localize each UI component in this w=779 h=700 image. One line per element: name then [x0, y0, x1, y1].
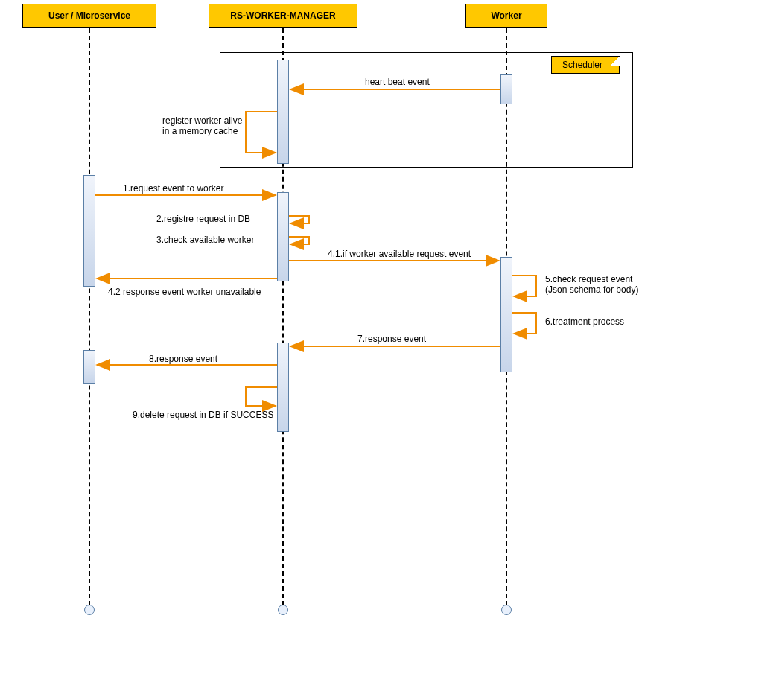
participant-user-label: User / Microservice [48, 10, 130, 21]
label-m9: 9.delete request in DB if SUCCESS [133, 410, 273, 420]
label-m3: 3.check available worker [156, 235, 254, 245]
participant-user: User / Microservice [22, 4, 156, 28]
frame-scheduler-tag: Scheduler [551, 56, 620, 74]
frame-tag-fold-icon [611, 56, 620, 66]
participant-worker: Worker [465, 4, 547, 28]
activation-user-response [83, 350, 95, 384]
activation-user-main [83, 175, 95, 287]
label-register-cache: register worker alive in a memory cache [162, 115, 267, 136]
activation-manager-response [277, 343, 289, 432]
frame-scheduler-tag-label: Scheduler [562, 60, 602, 70]
lifeline-end-manager [278, 605, 288, 615]
label-m6: 6.treatment process [545, 316, 624, 327]
label-m2: 2.registre request in DB [156, 214, 250, 224]
label-m8: 8.response event [149, 354, 217, 364]
lifeline-end-user [84, 605, 95, 615]
label-heartbeat: heart beat event [365, 77, 430, 87]
activation-worker-main [500, 257, 512, 372]
participant-manager-label: RS-WORKER-MANAGER [230, 10, 335, 21]
label-m4-1: 4.1.if worker available request event [328, 249, 471, 259]
lifeline-user [89, 28, 90, 605]
participant-manager: RS-WORKER-MANAGER [209, 4, 357, 28]
label-m7: 7.response event [357, 334, 426, 344]
activation-manager-heartbeat [277, 60, 289, 164]
label-m4-2: 4.2 response event worker unavailable [108, 287, 261, 297]
label-m5: 5.check request event (Json schema for b… [545, 274, 657, 295]
activation-manager-main [277, 192, 289, 281]
label-m1: 1.request event to worker [123, 183, 223, 194]
participant-worker-label: Worker [491, 10, 521, 21]
sequence-diagram: User / Microservice RS-WORKER-MANAGER Wo… [0, 0, 779, 700]
activation-worker-heartbeat [500, 74, 512, 104]
lifeline-end-worker [501, 605, 512, 615]
